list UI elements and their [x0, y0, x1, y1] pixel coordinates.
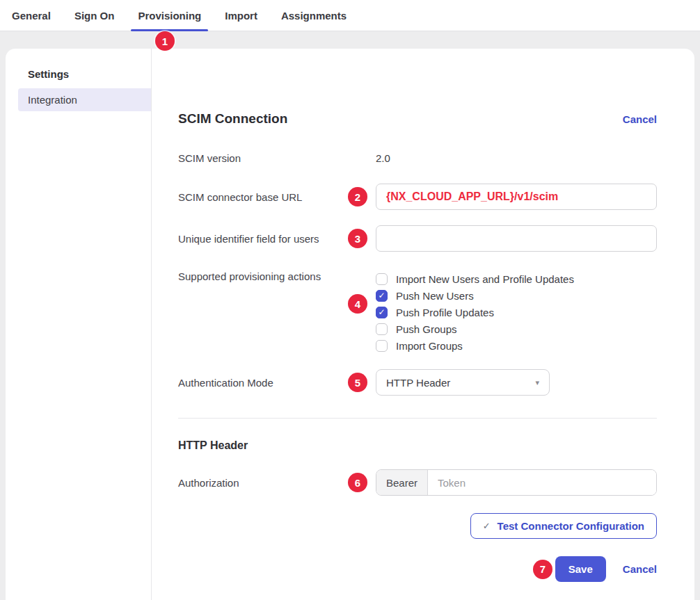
checkbox-label: Import Groups	[396, 340, 463, 352]
provisioning-actions-group: Import New Users and Profile Updates ✓ P…	[376, 270, 574, 354]
save-cancel-row: 7 Save Cancel	[178, 556, 657, 582]
check-icon: ✓	[483, 521, 491, 531]
checkbox-label: Push Profile Updates	[396, 307, 494, 318]
checkbox-checked-icon[interactable]: ✓	[376, 290, 388, 302]
bearer-prefix: Bearer	[376, 470, 428, 495]
test-connector-row: ✓ Test Connector Configuration	[178, 513, 657, 539]
checkbox-unchecked-icon[interactable]	[376, 273, 388, 285]
tab-assignments[interactable]: Assignments	[269, 0, 358, 31]
provisioning-actions-row: Supported provisioning actions 4 Import …	[178, 270, 657, 354]
scim-version-value: 2.0	[376, 152, 390, 164]
http-header-heading: HTTP Header	[178, 439, 657, 452]
step-5-badge: 5	[348, 373, 367, 392]
cancel-link-bottom[interactable]: Cancel	[623, 563, 657, 575]
settings-sidebar: Settings Integration	[6, 49, 152, 600]
sidebar-item-integration[interactable]: Integration	[18, 88, 151, 111]
provisioning-card: Settings Integration SCIM Connection Can…	[6, 49, 694, 600]
sidebar-item-label: Integration	[28, 94, 77, 106]
provisioning-actions-label: Supported provisioning actions	[178, 270, 376, 282]
checkbox-row-push-new-users[interactable]: ✓ Push New Users	[376, 287, 574, 304]
auth-mode-row: Authentication Mode 5 HTTP Header ▾	[178, 369, 657, 396]
scim-connection-form: SCIM Connection Cancel SCIM version 2.0 …	[152, 49, 694, 600]
unique-identifier-input[interactable]	[376, 225, 657, 252]
auth-mode-selected-value: HTTP Header	[386, 377, 450, 389]
checkbox-label: Push Groups	[396, 323, 457, 335]
base-url-row: SCIM connector base URL 2	[178, 184, 657, 210]
test-connector-label: Test Connector Configuration	[498, 520, 644, 532]
app-tab-bar: General Sign On Provisioning Import Assi…	[0, 0, 700, 31]
token-input[interactable]	[428, 470, 656, 495]
authorization-input-group: Bearer	[376, 469, 657, 496]
sidebar-heading: Settings	[6, 68, 151, 80]
checkbox-row-push-groups[interactable]: Push Groups	[376, 321, 574, 337]
tab-provisioning[interactable]: Provisioning	[126, 0, 213, 31]
step-6-badge: 6	[348, 473, 367, 492]
checkbox-label: Push New Users	[396, 290, 474, 302]
section-divider	[178, 418, 657, 419]
unique-identifier-row: Unique identifier field for users 3	[178, 225, 657, 252]
tab-sign-on[interactable]: Sign On	[63, 0, 127, 31]
checkbox-label: Import New Users and Profile Updates	[396, 273, 574, 285]
authorization-row: Authorization 6 Bearer	[178, 469, 657, 496]
step-2-badge: 2	[348, 187, 367, 206]
step-3-badge: 3	[348, 229, 367, 248]
base-url-input[interactable]	[376, 184, 657, 210]
checkbox-row-import-new-users[interactable]: Import New Users and Profile Updates	[376, 270, 574, 287]
auth-mode-select[interactable]: HTTP Header ▾	[376, 369, 550, 396]
checkbox-checked-icon[interactable]: ✓	[376, 307, 388, 318]
step-4-badge: 4	[348, 294, 367, 314]
scim-version-label: SCIM version	[178, 152, 376, 164]
cancel-link-top[interactable]: Cancel	[623, 113, 657, 125]
authorization-label: Authorization	[178, 477, 376, 489]
caret-down-icon: ▾	[535, 378, 539, 387]
checkbox-row-import-groups[interactable]: Import Groups	[376, 337, 574, 354]
test-connector-button[interactable]: ✓ Test Connector Configuration	[470, 513, 657, 539]
scim-version-row: SCIM version 2.0	[178, 152, 657, 164]
checkbox-unchecked-icon[interactable]	[376, 323, 388, 335]
checkbox-row-push-profile-updates[interactable]: ✓ Push Profile Updates	[376, 304, 574, 321]
auth-mode-label: Authentication Mode	[178, 377, 376, 389]
page-title: SCIM Connection	[178, 111, 287, 127]
base-url-label: SCIM connector base URL	[178, 191, 376, 203]
save-button[interactable]: Save	[555, 556, 606, 582]
unique-identifier-label: Unique identifier field for users	[178, 233, 376, 245]
step-1-badge: 1	[155, 31, 175, 51]
tab-general[interactable]: General	[0, 0, 63, 31]
checkbox-unchecked-icon[interactable]	[376, 340, 388, 352]
step-7-badge: 7	[533, 560, 552, 579]
tab-import[interactable]: Import	[213, 0, 269, 31]
